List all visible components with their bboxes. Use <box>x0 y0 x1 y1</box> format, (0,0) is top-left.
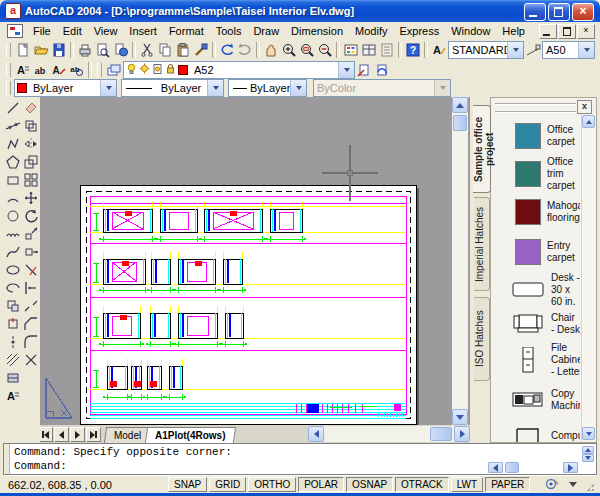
menu-draw[interactable]: Draw <box>247 23 285 39</box>
menu-insert[interactable]: Insert <box>123 23 163 39</box>
drawing-area[interactable] <box>38 97 470 425</box>
menu-help[interactable]: Help <box>496 23 531 39</box>
command-window-grab-bar[interactable] <box>4 444 10 474</box>
extend-button[interactable] <box>22 279 39 297</box>
chevron-down-icon[interactable] <box>100 80 116 96</box>
title-bar[interactable]: a AutoCAD 2004 - [D:\programme\Sample\Ta… <box>0 0 600 22</box>
pan-realtime-button[interactable] <box>262 41 280 59</box>
mdi-close-button[interactable]: × <box>577 24 595 39</box>
mdi-minimize-button[interactable] <box>539 24 557 39</box>
properties-button[interactable] <box>342 41 360 59</box>
make-block-button[interactable] <box>4 315 21 333</box>
command-window[interactable]: Command: Specify opposite corner: Comman… <box>3 443 597 475</box>
menu-view[interactable]: View <box>88 23 124 39</box>
palette-tab-imperial-hatches[interactable]: Imperial Hatches <box>474 197 490 291</box>
scroll-up-icon[interactable] <box>452 97 468 113</box>
palette-item-file-cabinet-letter[interactable]: File Cabinet - Letter <box>511 342 580 378</box>
toolbar-grip[interactable] <box>6 63 11 77</box>
spline-button[interactable] <box>4 243 21 261</box>
offset-button[interactable] <box>22 153 39 171</box>
prev-tab-button[interactable] <box>54 427 69 442</box>
zoom-previous-button[interactable] <box>316 41 334 59</box>
multiline-text-button[interactable]: A <box>14 61 32 79</box>
match-properties-button[interactable] <box>192 41 210 59</box>
chevron-down-icon[interactable] <box>207 80 223 96</box>
insert-block-button[interactable] <box>4 297 21 315</box>
point-button[interactable] <box>4 333 21 351</box>
first-tab-button[interactable] <box>38 427 53 442</box>
mirror-button[interactable] <box>22 135 39 153</box>
status-menu-icon[interactable] <box>569 482 577 487</box>
palette-item-copy-machine[interactable]: Copy Machine <box>511 382 580 418</box>
copy-clip-button[interactable] <box>156 41 174 59</box>
save-button[interactable] <box>50 41 68 59</box>
toolbar-grip[interactable] <box>6 81 11 95</box>
toolbar-grip[interactable] <box>97 63 102 77</box>
arc-button[interactable] <box>4 189 21 207</box>
command-hscroll[interactable] <box>488 462 578 473</box>
construction-line-button[interactable] <box>4 117 21 135</box>
scale-button[interactable] <box>22 225 39 243</box>
cut-button[interactable] <box>138 41 156 59</box>
linetype-combo[interactable]: ByLayer <box>121 79 224 97</box>
status-toggle-ortho[interactable]: ORTHO <box>248 477 296 492</box>
rotate-button[interactable] <box>22 207 39 225</box>
hatch-button[interactable] <box>4 351 21 369</box>
command-vscroll[interactable] <box>582 446 594 462</box>
ellipse-button[interactable] <box>4 261 21 279</box>
color-combo[interactable]: ByLayer <box>14 79 117 97</box>
status-toggle-otrack[interactable]: OTRACK <box>395 477 449 492</box>
polygon-button[interactable] <box>4 153 21 171</box>
chamfer-button[interactable] <box>22 315 39 333</box>
communication-center-icon[interactable] <box>545 478 559 491</box>
chevron-down-icon[interactable] <box>578 42 594 58</box>
paste-button[interactable] <box>174 41 192 59</box>
layer-combo[interactable]: A52 <box>123 61 355 79</box>
plot-preview-button[interactable] <box>94 41 112 59</box>
command-scroll-up-icon[interactable] <box>582 446 594 454</box>
hscroll-thumb[interactable] <box>430 427 452 441</box>
palette-item-computer[interactable]: Computer <box>511 418 580 442</box>
help-button[interactable]: ? <box>404 41 422 59</box>
last-tab-button[interactable] <box>86 427 101 442</box>
chevron-down-icon[interactable] <box>507 42 523 58</box>
layout-tab-a1plot-4rows-[interactable]: A1Plot(4Rows) <box>145 427 236 443</box>
menu-window[interactable]: Window <box>445 23 496 39</box>
scroll-down-icon[interactable] <box>452 409 468 425</box>
palette-tab-iso-hatches[interactable]: ISO Hatches <box>474 297 490 381</box>
line-button[interactable] <box>4 99 21 117</box>
menu-edit[interactable]: Edit <box>57 23 88 39</box>
status-toggle-osnap[interactable]: OSNAP <box>346 477 393 492</box>
mdi-restore-button[interactable] <box>558 24 576 39</box>
tool-palettes-button[interactable] <box>378 41 396 59</box>
canvas-hscrollbar[interactable] <box>308 426 470 442</box>
palette-tab-sample-office-project[interactable]: Sample office project <box>473 105 491 193</box>
menu-express[interactable]: Express <box>393 23 445 39</box>
palette-scroll-down-icon[interactable] <box>582 427 595 440</box>
multiline-text-button[interactable]: A <box>4 387 21 405</box>
menu-format[interactable]: Format <box>163 23 210 39</box>
region-button[interactable] <box>4 369 21 387</box>
find-replace-button[interactable]: ab <box>68 61 86 79</box>
layer-manager-button[interactable] <box>105 61 123 79</box>
close-button[interactable]: × <box>572 3 594 21</box>
designcenter-button[interactable] <box>360 41 378 59</box>
resize-grip[interactable] <box>583 480 595 492</box>
command-hscroll-thumb[interactable] <box>505 462 519 473</box>
chevron-down-icon[interactable] <box>290 80 306 96</box>
erase-button[interactable] <box>22 99 39 117</box>
status-toggle-snap[interactable]: SNAP <box>168 477 207 492</box>
palette-item-mahogany-flooring[interactable]: Mahogany flooring <box>511 194 580 230</box>
menu-dimension[interactable]: Dimension <box>285 23 349 39</box>
palette-scrollbar[interactable] <box>581 114 595 441</box>
stretch-button[interactable] <box>22 243 39 261</box>
palette-scroll-up-icon[interactable] <box>582 115 595 128</box>
array-button[interactable] <box>22 171 39 189</box>
zoom-realtime-button[interactable] <box>280 41 298 59</box>
scroll-right-icon[interactable] <box>454 426 470 442</box>
open-button[interactable] <box>32 41 50 59</box>
redo-button[interactable] <box>236 41 254 59</box>
chevron-down-icon[interactable] <box>338 62 354 78</box>
palette-item-chair-desk[interactable]: Chair - Desk <box>511 306 580 342</box>
explode-button[interactable] <box>22 351 39 369</box>
